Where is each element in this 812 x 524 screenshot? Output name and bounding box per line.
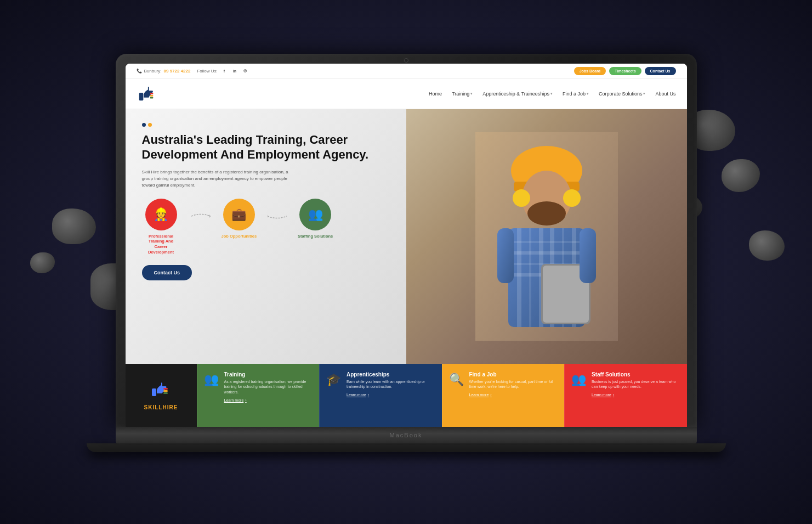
contact-us-button[interactable]: Contact Us [645, 67, 676, 75]
training-service-content: Training As a registered training organi… [224, 371, 313, 402]
rock-decoration [52, 209, 96, 244]
worker-image [406, 109, 687, 364]
follow-label: Follow Us: [197, 69, 217, 74]
logo-area [137, 83, 157, 104]
training-label: Professional Training And Career Develop… [142, 234, 180, 255]
staff-solutions-service-title: Staff Solutions [592, 371, 680, 377]
laptop-base: MacBook [116, 427, 697, 443]
phone-area: 📞 Bunbury: 09 9722 4222 [137, 69, 191, 74]
skillhire-brand-panel: SKILLHIRE [126, 364, 197, 427]
social-area: Follow Us: f in ◎ [197, 67, 248, 75]
linkedin-icon[interactable]: in [231, 67, 239, 75]
svg-rect-32 [163, 392, 168, 394]
staff-solutions-service-content: Staff Solutions Business is just paused,… [592, 371, 680, 397]
skillhire-logo[interactable] [137, 83, 157, 104]
find-job-service-content: Find a Job Whether you're looking for ca… [469, 371, 558, 397]
nav-home[interactable]: Home [429, 91, 442, 97]
hire-text: HIRE [162, 404, 178, 410]
hero-icons-row: 👷 Professional Training And Career Devel… [142, 199, 421, 255]
scene: 📞 Bunbury: 09 9722 4222 Follow Us: f in … [0, 0, 812, 524]
laptop-screen-shell: 📞 Bunbury: 09 9722 4222 Follow Us: f in … [116, 54, 697, 427]
camera-notch [404, 58, 408, 63]
find-job-service-icon: 🔍 [449, 373, 464, 387]
svg-rect-2 [150, 94, 153, 96]
website: 📞 Bunbury: 09 9722 4222 Follow Us: f in … [126, 64, 687, 427]
svg-point-11 [527, 201, 566, 226]
nav-corporate[interactable]: Corporate Solutions ▾ [599, 91, 646, 97]
training-service-desc: As a registered training organisation, w… [224, 379, 313, 395]
training-icon: 👷 [154, 207, 168, 222]
jobs-icon: 💼 [231, 207, 246, 222]
svg-marker-5 [268, 215, 268, 218]
find-job-service-title: Find a Job [469, 371, 558, 377]
training-service-title: Training [224, 371, 313, 377]
chevron-down-icon: ▾ [470, 92, 473, 96]
training-service-link[interactable]: Learn more › [224, 398, 313, 402]
chevron-down-icon: ▾ [550, 92, 553, 96]
find-job-service-desc: Whether you're looking for casual, part … [469, 379, 558, 390]
timesheets-button[interactable]: Timesheets [609, 67, 641, 75]
staffing-circle: 👥 [299, 199, 331, 230]
svg-rect-30 [163, 388, 168, 390]
service-training: 👥 Training As a registered training orga… [197, 364, 320, 427]
staff-solutions-service-link[interactable]: Learn more › [592, 393, 680, 397]
nav-training[interactable]: Training ▾ [452, 91, 473, 97]
svg-rect-27 [497, 228, 514, 283]
training-service-icon: 👥 [204, 373, 219, 387]
screen-bezel: 📞 Bunbury: 09 9722 4222 Follow Us: f in … [126, 64, 687, 427]
hero-content: Australia's Leading Training, Career Dev… [126, 109, 434, 364]
service-staff-solutions: 👥 Staff Solutions Business is just pause… [564, 364, 687, 427]
jobs-board-button[interactable]: Jobs Board [574, 67, 606, 75]
hero-dots [142, 123, 421, 127]
svg-rect-3 [150, 97, 153, 98]
dot-orange [148, 123, 152, 127]
macbook-label: MacBook [390, 432, 423, 438]
phone-label: Bunbury: [144, 69, 162, 74]
skillhire-logo-footer [150, 380, 172, 402]
jobs-circle: 💼 [223, 199, 255, 230]
nav-apprenticeship[interactable]: Apprenticeship & Traineeships ▾ [482, 91, 553, 97]
apprenticeships-service-content: Apprenticeships Earn while you learn wit… [347, 371, 435, 397]
laptop: 📞 Bunbury: 09 9722 4222 Follow Us: f in … [116, 54, 697, 471]
training-circle: 👷 [145, 199, 177, 230]
facebook-icon[interactable]: f [220, 67, 228, 75]
phone-number: 09 9722 4222 [164, 69, 191, 74]
dot-blue [142, 123, 146, 127]
service-apprenticeships: 🎓 Apprenticeships Earn while you learn w… [319, 364, 442, 427]
service-find-job: 🔍 Find a Job Whether you're looking for … [442, 364, 565, 427]
staff-solutions-service-desc: Business is just paused, you deserve a t… [592, 379, 680, 390]
find-job-service-link[interactable]: Learn more › [469, 393, 558, 397]
top-bar-left: 📞 Bunbury: 09 9722 4222 Follow Us: f in … [137, 67, 249, 75]
skillhire-brand-name: SKILLHIRE [144, 404, 178, 410]
nav-about[interactable]: About Us [655, 91, 675, 97]
jobs-label: Job Opportunities [222, 234, 257, 239]
skill-text: SKILL [144, 404, 163, 410]
social-icons: f in ◎ [220, 67, 249, 75]
top-bar-right: Jobs Board Timesheets Contact Us [574, 67, 676, 75]
svg-point-24 [563, 189, 581, 207]
nav-bar: Home Training ▾ Apprenticeship & Trainee… [126, 79, 687, 109]
chevron-down-icon: ▾ [587, 92, 589, 96]
instagram-icon[interactable]: ◎ [241, 67, 249, 75]
laptop-foot [87, 443, 726, 452]
phone-icon: 📞 [137, 69, 142, 74]
apprenticeships-service-desc: Earn while you learn with an apprentices… [347, 379, 435, 390]
nav-find-job[interactable]: Find a Job ▾ [563, 91, 589, 97]
svg-rect-1 [150, 93, 153, 94]
svg-rect-28 [580, 228, 596, 283]
apprenticeships-service-link[interactable]: Learn more › [347, 393, 435, 397]
rock-decoration [749, 230, 785, 261]
staffing-label: Staffing Solutions [298, 234, 333, 239]
nav-links: Home Training ▾ Apprenticeship & Trainee… [429, 91, 675, 97]
arrow-connector-2 [268, 212, 287, 220]
hero-icon-training: 👷 Professional Training And Career Devel… [142, 199, 180, 255]
svg-marker-4 [209, 215, 211, 218]
svg-rect-31 [163, 390, 168, 392]
hero-title: Australia's Leading Training, Career Dev… [142, 132, 421, 162]
hero-contact-button[interactable]: Contact Us [142, 265, 192, 280]
hero-section: Australia's Leading Training, Career Dev… [126, 109, 687, 364]
hero-icon-staffing: 👥 Staffing Solutions [298, 199, 333, 239]
apprenticeships-service-title: Apprenticeships [347, 371, 435, 377]
arrow-connector-1 [191, 212, 211, 220]
apprenticeships-service-icon: 🎓 [326, 373, 341, 387]
